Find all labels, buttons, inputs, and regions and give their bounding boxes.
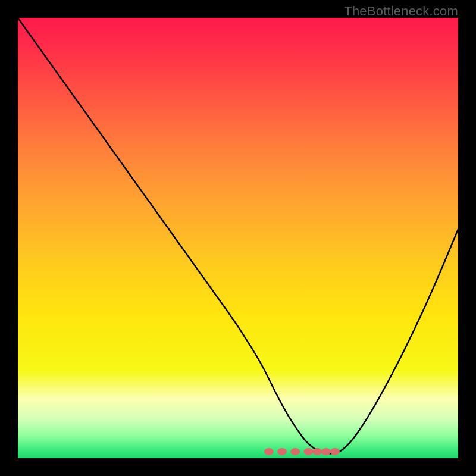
sweet-spot-marker [321,448,331,455]
bottleneck-curve [18,18,458,458]
watermark-text: TheBottleneck.com [344,4,458,19]
sweet-spot-marker [303,448,313,455]
sweet-spot-marker [277,448,287,455]
sweet-spot-marker [312,448,322,455]
sweet-spot-marker [290,448,300,455]
sweet-spot-marker [264,448,274,455]
sweet-spot-marker [330,448,340,455]
sweet-spot-markers [264,448,340,455]
chart-frame: TheBottleneck.com [0,0,476,476]
curve-line [18,18,458,453]
plot-area [18,18,458,458]
